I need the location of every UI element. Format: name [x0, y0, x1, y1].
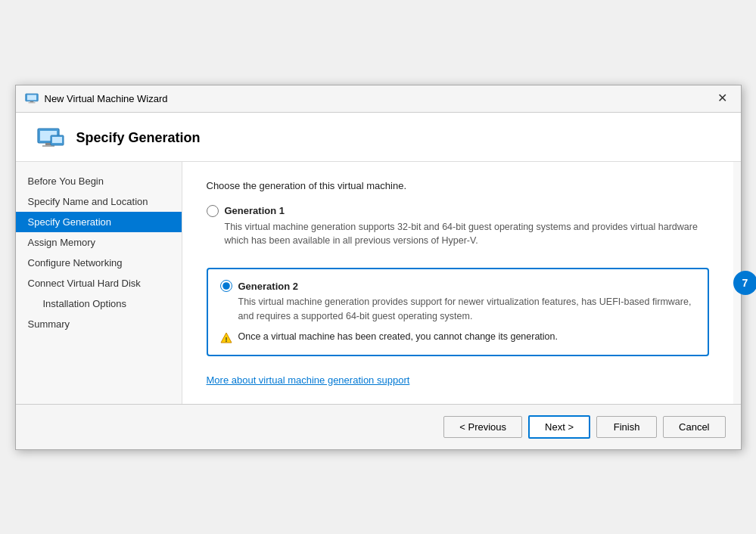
svg-rect-1: [27, 95, 36, 101]
gen2-label: Generation 2: [238, 281, 298, 292]
wizard-window: New Virtual Machine Wizard ✕ Specify Gen…: [15, 85, 742, 450]
gen2-description: This virtual machine generation provides…: [238, 295, 695, 324]
svg-text:!: !: [225, 335, 227, 343]
header-section: Specify Generation: [16, 113, 741, 162]
window-icon: [25, 93, 39, 104]
warning-row: ! Once a virtual machine has been create…: [220, 331, 695, 344]
gen2-radio-label[interactable]: Generation 2: [220, 280, 695, 292]
warning-icon: !: [220, 332, 232, 344]
gen1-description: This virtual machine generation supports…: [225, 220, 709, 249]
svg-rect-3: [28, 102, 35, 103]
more-link[interactable]: More about virtual machine generation su…: [207, 356, 709, 386]
finish-button[interactable]: Finish: [596, 416, 657, 438]
sidebar-item-name-location[interactable]: Specify Name and Location: [16, 191, 182, 212]
sidebar-item-summary[interactable]: Summary: [16, 314, 182, 334]
main-content: Choose the generation of this virtual ma…: [182, 162, 733, 404]
step-badge: 7: [733, 271, 757, 295]
intro-text: Choose the generation of this virtual ma…: [207, 180, 709, 191]
sidebar-item-configure-networking[interactable]: Configure Networking: [16, 253, 182, 273]
svg-rect-9: [52, 137, 62, 143]
footer: < Previous Next > Finish Cancel: [16, 404, 741, 449]
header-icon: [37, 128, 64, 149]
previous-button[interactable]: < Previous: [443, 416, 522, 438]
sidebar: Before You Begin Specify Name and Locati…: [16, 162, 182, 404]
gen1-label: Generation 1: [225, 205, 285, 216]
sidebar-item-installation-options[interactable]: Installation Options: [16, 293, 182, 314]
gen2-radio[interactable]: [220, 280, 232, 292]
close-button[interactable]: ✕: [713, 91, 732, 106]
content-area: Before You Begin Specify Name and Locati…: [16, 162, 741, 404]
main-wrapper: Choose the generation of this virtual ma…: [182, 162, 741, 404]
title-bar-left: New Virtual Machine Wizard: [25, 93, 168, 104]
sidebar-item-specify-generation[interactable]: Specify Generation: [16, 212, 182, 232]
sidebar-item-assign-memory[interactable]: Assign Memory: [16, 232, 182, 253]
gen1-radio-label[interactable]: Generation 1: [207, 205, 709, 217]
next-button[interactable]: Next >: [528, 415, 590, 439]
svg-rect-2: [30, 101, 33, 103]
gen1-radio[interactable]: [207, 205, 219, 217]
title-bar: New Virtual Machine Wizard ✕: [16, 85, 741, 113]
gen2-box: Generation 2 This virtual machine genera…: [207, 268, 709, 356]
cancel-button[interactable]: Cancel: [663, 416, 725, 438]
sidebar-item-connect-vhd[interactable]: Connect Virtual Hard Disk: [16, 273, 182, 293]
title-bar-text: New Virtual Machine Wizard: [45, 93, 168, 104]
badge-container: 7: [733, 162, 741, 404]
warning-text: Once a virtual machine has been created,…: [238, 331, 558, 342]
gen1-option: Generation 1 This virtual machine genera…: [207, 205, 709, 252]
page-title: Specify Generation: [76, 130, 201, 146]
sidebar-item-before-you-begin[interactable]: Before You Begin: [16, 171, 182, 191]
